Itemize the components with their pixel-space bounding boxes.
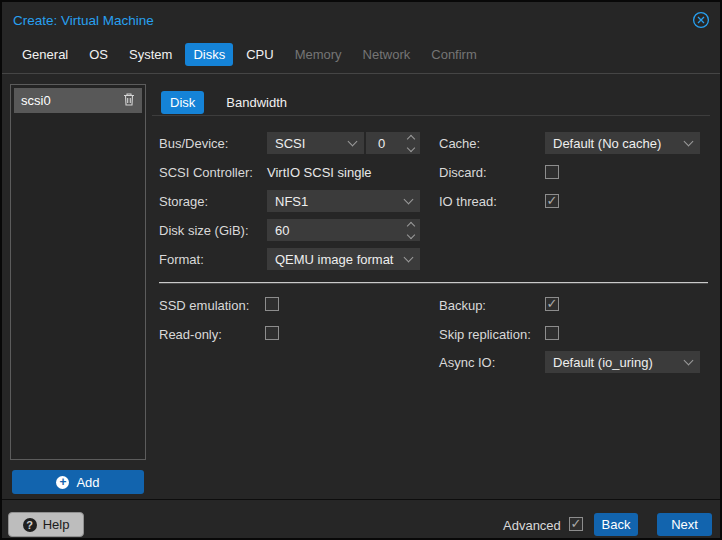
advanced-label: Advanced xyxy=(503,518,561,533)
tab-confirm: Confirm xyxy=(423,43,485,66)
tab-disk[interactable]: Disk xyxy=(161,91,204,114)
format-select-value: QEMU image format xyxy=(275,252,393,267)
tab-system[interactable]: System xyxy=(121,43,180,66)
disk-size-label: Disk size (GiB): xyxy=(159,223,249,238)
footer-divider xyxy=(2,499,720,500)
tab-os[interactable]: OS xyxy=(81,43,116,66)
cache-label: Cache: xyxy=(439,136,480,151)
add-disk-label: Add xyxy=(76,475,99,490)
storage-select-value: NFS1 xyxy=(275,194,308,209)
cache-select[interactable]: Default (No cache) xyxy=(545,132,700,154)
help-button[interactable]: ? Help xyxy=(8,512,84,537)
io-thread-label: IO thread: xyxy=(439,194,497,209)
disk-list: scsi0 xyxy=(10,84,146,460)
device-number-value: 0 xyxy=(378,136,385,151)
add-disk-button[interactable]: + Add xyxy=(12,470,144,494)
bus-select-value: SCSI xyxy=(275,136,305,151)
panel-top-divider xyxy=(2,73,720,74)
scsi-controller-label: SCSI Controller: xyxy=(159,165,253,180)
subtab-divider xyxy=(152,115,710,116)
wizard-tabs: General OS System Disks CPU Memory Netwo… xyxy=(14,43,485,66)
tab-memory: Memory xyxy=(287,43,350,66)
disk-size-value: 60 xyxy=(275,223,289,238)
read-only-label: Read-only: xyxy=(159,327,222,342)
spinner-arrows-icon[interactable] xyxy=(408,136,414,151)
back-button[interactable]: Back xyxy=(594,513,638,536)
async-io-select-value: Default (io_uring) xyxy=(553,355,653,370)
chevron-down-icon xyxy=(348,137,358,147)
tab-disks[interactable]: Disks xyxy=(185,43,233,66)
discard-checkbox[interactable] xyxy=(545,165,559,179)
format-select[interactable]: QEMU image format xyxy=(267,248,420,270)
create-vm-dialog: Create: Virtual Machine General OS Syste… xyxy=(0,0,722,540)
close-icon[interactable] xyxy=(692,11,710,29)
device-number-spinner[interactable]: 0 xyxy=(366,132,420,154)
storage-select[interactable]: NFS1 xyxy=(267,190,420,212)
io-thread-checkbox[interactable] xyxy=(545,194,559,208)
tab-network: Network xyxy=(355,43,419,66)
next-button[interactable]: Next xyxy=(657,513,712,536)
storage-label: Storage: xyxy=(159,194,208,209)
chevron-down-icon xyxy=(684,356,694,366)
ssd-emulation-checkbox[interactable] xyxy=(265,297,279,311)
bus-select[interactable]: SCSI xyxy=(267,132,364,154)
trash-icon[interactable] xyxy=(123,92,135,109)
ssd-emulation-label: SSD emulation: xyxy=(159,298,249,313)
advanced-section-divider xyxy=(159,282,708,283)
bus-device-label: Bus/Device: xyxy=(159,136,228,151)
skip-replication-label: Skip replication: xyxy=(439,327,531,342)
backup-checkbox[interactable] xyxy=(545,297,559,311)
spinner-arrows-icon[interactable] xyxy=(408,223,414,238)
chevron-down-icon xyxy=(404,195,414,205)
chevron-down-icon xyxy=(404,253,414,263)
help-button-label: Help xyxy=(43,517,70,532)
cache-select-value: Default (No cache) xyxy=(553,136,661,151)
tab-cpu[interactable]: CPU xyxy=(238,43,281,66)
chevron-down-icon xyxy=(684,137,694,147)
backup-label: Backup: xyxy=(439,298,486,313)
format-label: Format: xyxy=(159,252,204,267)
skip-replication-checkbox[interactable] xyxy=(545,326,559,340)
disk-list-item-scsi0[interactable]: scsi0 xyxy=(14,88,142,113)
advanced-checkbox[interactable] xyxy=(569,517,583,531)
question-circle-icon: ? xyxy=(23,518,37,532)
disk-item-label: scsi0 xyxy=(21,93,51,108)
tab-general[interactable]: General xyxy=(14,43,76,66)
discard-label: Discard: xyxy=(439,165,487,180)
tab-bandwidth[interactable]: Bandwidth xyxy=(217,91,296,114)
async-io-select[interactable]: Default (io_uring) xyxy=(545,351,700,373)
disk-subtabs: Disk Bandwidth xyxy=(161,91,296,114)
scsi-controller-value: VirtIO SCSI single xyxy=(267,165,372,180)
plus-circle-icon: + xyxy=(56,476,69,489)
async-io-label: Async IO: xyxy=(439,355,495,370)
disk-size-spinner[interactable]: 60 xyxy=(267,219,420,241)
read-only-checkbox[interactable] xyxy=(265,326,279,340)
dialog-title: Create: Virtual Machine xyxy=(13,13,154,28)
